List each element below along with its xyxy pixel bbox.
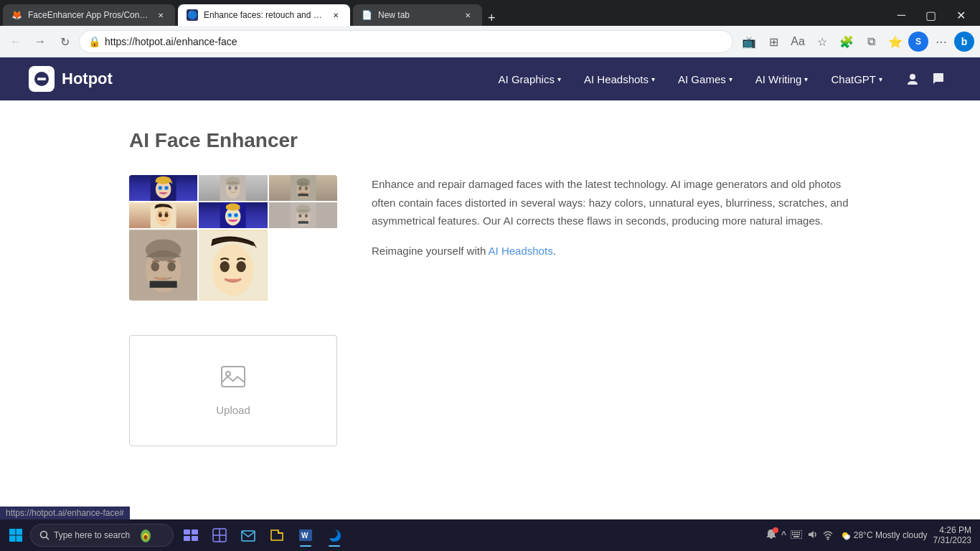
tab-1-close[interactable]: ✕ [155, 9, 166, 21]
svg-rect-54 [17, 536, 23, 542]
svg-point-24 [159, 213, 162, 217]
nav-ai-headshots[interactable]: AI Headshots ▾ [575, 67, 664, 91]
notification-icon[interactable] [765, 529, 777, 542]
taskbar-search[interactable]: Type here to search [30, 524, 174, 547]
upload-label: Upload [216, 404, 250, 416]
real-face-svg-3 [269, 175, 337, 201]
description-text: Enhance and repair damaged faces with th… [372, 175, 851, 230]
svg-rect-74 [798, 532, 800, 533]
maximize-button[interactable]: ▢ [917, 4, 945, 26]
svg-rect-21 [298, 194, 308, 197]
svg-rect-44 [150, 281, 177, 288]
tab-3[interactable]: 📄 New tab ✕ [353, 4, 482, 26]
taskbar-widgets-icon [212, 527, 227, 543]
new-tab-button[interactable]: + [482, 11, 501, 26]
ai-games-label: AI Games [678, 73, 726, 85]
window-controls: ─ ▢ ✕ [501, 4, 980, 26]
nav-menu: AI Graphics ▾ AI Headshots ▾ AI Games ▾ … [490, 67, 891, 91]
svg-rect-71 [792, 532, 793, 533]
taskbar-right: ^ [765, 525, 977, 545]
hotpot-logo[interactable]: Hotpot [29, 66, 113, 92]
taskbar-taskview[interactable] [207, 522, 232, 548]
security-icon: 🔒 [88, 36, 100, 47]
svg-rect-53 [9, 536, 16, 542]
copilot-button[interactable]: b [954, 32, 974, 52]
logo-svg [32, 69, 52, 89]
profile-button[interactable]: S [908, 32, 928, 52]
files-icon [269, 527, 285, 543]
volume-icon[interactable] [806, 529, 818, 542]
tab-bar: 🦊 FaceEnhancer App Pros/Cons, N... ✕ 🔵 E… [0, 0, 980, 26]
cast-button[interactable]: 📺 [738, 30, 760, 53]
real-face-svg-7 [129, 230, 197, 301]
page-content: AI Face Enhancer [0, 100, 980, 517]
svg-rect-49 [222, 367, 245, 387]
tab-2-close[interactable]: ✕ [330, 9, 341, 21]
tab-3-title: New tab [378, 10, 456, 20]
hero-section: Enhance and repair damaged faces with th… [129, 175, 851, 301]
svg-point-36 [304, 214, 307, 217]
svg-point-2 [43, 77, 46, 80]
collections-button[interactable]: ⭐ [884, 30, 907, 53]
taskbar: Type here to search [0, 519, 980, 551]
wifi-icon[interactable] [822, 529, 834, 542]
back-button[interactable]: ← [6, 32, 26, 52]
website: Hotpot AI Graphics ▾ AI Headshots ▾ AI G… [0, 57, 980, 517]
taskview-icon [183, 527, 199, 543]
real-face-svg-8 [199, 230, 267, 301]
ai-games-chevron: ▾ [729, 75, 732, 83]
svg-point-10 [156, 176, 171, 184]
taskbar-search-app[interactable] [178, 522, 204, 548]
face-cell-5 [199, 202, 267, 228]
nav-ai-games[interactable]: AI Games ▾ [669, 67, 741, 91]
url-text: https://hotpot.ai/enhance-face [105, 36, 724, 47]
svg-point-83 [844, 535, 849, 540]
taskbar-word[interactable]: W [293, 522, 319, 548]
split-screen-button[interactable]: ⧉ [859, 30, 882, 53]
chat-icon-button[interactable] [925, 66, 951, 92]
svg-rect-73 [796, 532, 798, 533]
logo-text: Hotpot [62, 70, 113, 88]
hero-description: Enhance and repair damaged faces with th… [372, 175, 851, 271]
svg-rect-67 [242, 531, 255, 541]
extensions-button[interactable]: 🧩 [835, 30, 858, 53]
more-button[interactable]: ⋯ [930, 30, 953, 53]
upload-icon [220, 365, 246, 397]
nav-ai-writing[interactable]: AI Writing ▾ [747, 67, 817, 91]
svg-rect-61 [192, 529, 198, 534]
tab-2[interactable]: 🔵 Enhance faces: retouch and repa... ✕ [178, 4, 350, 26]
taskbar-time[interactable]: 4:26 PM 7/31/2023 [933, 525, 971, 545]
tab-search-button[interactable]: ⊞ [762, 30, 785, 53]
nav-ai-graphics[interactable]: AI Graphics ▾ [490, 67, 570, 91]
address-bar[interactable]: 🔒 https://hotpot.ai/enhance-face [79, 30, 733, 53]
logo-icon [29, 66, 55, 92]
keyboard-icon[interactable] [791, 529, 802, 541]
reload-button[interactable]: ↻ [55, 32, 75, 52]
face-cell-4 [129, 202, 197, 228]
user-icon-button[interactable] [900, 66, 925, 92]
nav-chatgpt[interactable]: ChatGPT ▾ [822, 67, 891, 91]
mail-icon [240, 527, 256, 543]
tab-3-close[interactable]: ✕ [462, 9, 473, 21]
taskbar-edge[interactable] [321, 522, 347, 548]
forward-button[interactable]: → [30, 32, 50, 52]
close-button[interactable]: ✕ [948, 4, 974, 26]
svg-rect-72 [794, 532, 796, 533]
favorite-button[interactable]: ☆ [811, 30, 834, 53]
taskbar-mail[interactable] [235, 522, 261, 548]
svg-text:W: W [301, 532, 308, 540]
face-cell-7 [129, 230, 197, 301]
wifi-svg [822, 529, 834, 540]
taskbar-files[interactable] [264, 522, 290, 548]
search-icon [39, 530, 50, 540]
tab-1[interactable]: 🦊 FaceEnhancer App Pros/Cons, N... ✕ [3, 4, 175, 26]
start-button[interactable] [3, 522, 29, 548]
ai-headshots-link[interactable]: AI Headshots [489, 245, 553, 257]
reader-mode-button[interactable]: Aa [786, 30, 809, 53]
chevron-up-icon[interactable]: ^ [781, 529, 786, 541]
svg-rect-77 [796, 534, 798, 535]
minimize-button[interactable]: ─ [889, 4, 914, 26]
face-cell-1 [129, 175, 197, 201]
taskbar-weather[interactable]: 28°C Mostly cloudy [839, 529, 928, 541]
upload-area[interactable]: Upload [129, 335, 337, 446]
